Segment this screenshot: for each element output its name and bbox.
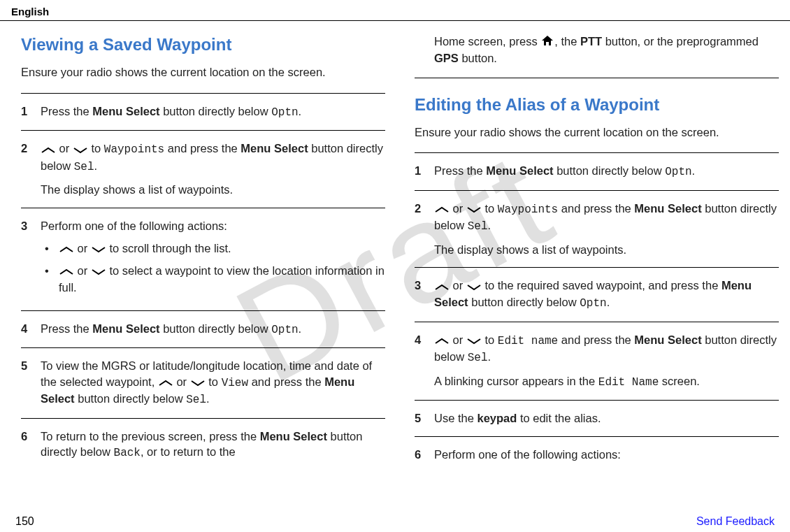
step-body: or to Waypoints and press the Menu Selec…	[41, 141, 385, 197]
step-body: Use the keypad to edit the alias.	[434, 410, 779, 426]
step: 5 To view the MGRS or latitude/longitude…	[21, 347, 385, 417]
list-item: • or to select a waypoint to view the lo…	[41, 263, 385, 295]
step-number: 2	[21, 141, 41, 197]
step-body: Press the Menu Select button directly be…	[434, 163, 779, 180]
home-icon	[540, 34, 554, 50]
up-icon	[41, 142, 56, 157]
step-body: Perform one of the following actions:	[434, 447, 779, 462]
step-body: Perform one of the following actions: • …	[41, 218, 385, 301]
step-body: Press the Menu Select button directly be…	[41, 103, 385, 121]
page-footer: 150 Send Feedback	[0, 515, 790, 528]
step: 1 Press the Menu Select button directly …	[21, 93, 385, 131]
step: 2 or to Waypoints and press the Menu Sel…	[415, 190, 779, 267]
down-icon	[91, 241, 106, 257]
step-body: To view the MGRS or latitude/longitude l…	[41, 358, 385, 408]
down-icon	[466, 333, 482, 348]
step-body: To return to the previous screen, press …	[41, 429, 385, 461]
step-continuation: Home screen, press , the PTT button, or …	[415, 34, 779, 78]
language-header: English	[0, 0, 790, 21]
step-number: 1	[415, 163, 434, 180]
step: 1 Press the Menu Select button directly …	[415, 152, 779, 190]
step-body: or to Waypoints and press the Menu Selec…	[434, 201, 779, 257]
step-number: 3	[21, 218, 41, 301]
send-feedback-link[interactable]: Send Feedback	[696, 515, 775, 528]
step-number: 3	[415, 278, 434, 311]
intro-editing: Ensure your radio shows the current loca…	[415, 124, 779, 140]
step-number: 6	[415, 447, 434, 462]
down-icon	[73, 142, 88, 157]
step-body: Press the Menu Select button directly be…	[41, 321, 385, 338]
step: 3 or to the required saved waypoint, and…	[415, 267, 779, 321]
step: 6 Perform one of the following actions:	[415, 436, 779, 462]
step-number: 1	[21, 103, 41, 121]
step-number: 5	[415, 410, 434, 426]
down-icon	[466, 201, 482, 217]
section-title-viewing: Viewing a Saved Waypoint	[21, 34, 385, 56]
page-content: Viewing a Saved Waypoint Ensure your rad…	[0, 21, 790, 462]
up-icon	[434, 279, 450, 294]
step-body: or to Edit name and press the Menu Selec…	[434, 332, 779, 391]
intro-viewing: Ensure your radio shows the current loca…	[21, 64, 385, 80]
step-number: 6	[21, 429, 41, 461]
up-icon	[434, 201, 450, 217]
right-column: Home screen, press , the PTT button, or …	[395, 21, 779, 462]
section-title-editing: Editing the Alias of a Waypoint	[415, 94, 779, 116]
step-number: 4	[415, 332, 434, 391]
step: 4 or to Edit name and press the Menu Sel…	[415, 322, 779, 401]
page-number: 150	[15, 515, 34, 528]
down-icon	[91, 264, 106, 279]
step-number: 2	[415, 201, 434, 257]
step: 5 Use the keypad to edit the alias.	[415, 400, 779, 436]
step-number: 4	[21, 321, 41, 338]
separator	[415, 78, 779, 78]
list-item: • or to scroll through the list.	[41, 240, 385, 257]
step-body: or to the required saved waypoint, and p…	[434, 278, 779, 311]
up-icon	[59, 241, 74, 257]
step-number: 5	[21, 358, 41, 408]
step: 2 or to Waypoints and press the Menu Sel…	[21, 130, 385, 207]
step: 4 Press the Menu Select button directly …	[21, 310, 385, 348]
step: 6 To return to the previous screen, pres…	[21, 418, 385, 461]
left-column: Viewing a Saved Waypoint Ensure your rad…	[11, 21, 395, 462]
up-icon	[434, 333, 450, 348]
up-icon	[158, 375, 173, 390]
down-icon	[190, 375, 206, 390]
up-icon	[59, 264, 74, 279]
step: 3 Perform one of the following actions: …	[21, 208, 385, 310]
down-icon	[466, 279, 482, 294]
